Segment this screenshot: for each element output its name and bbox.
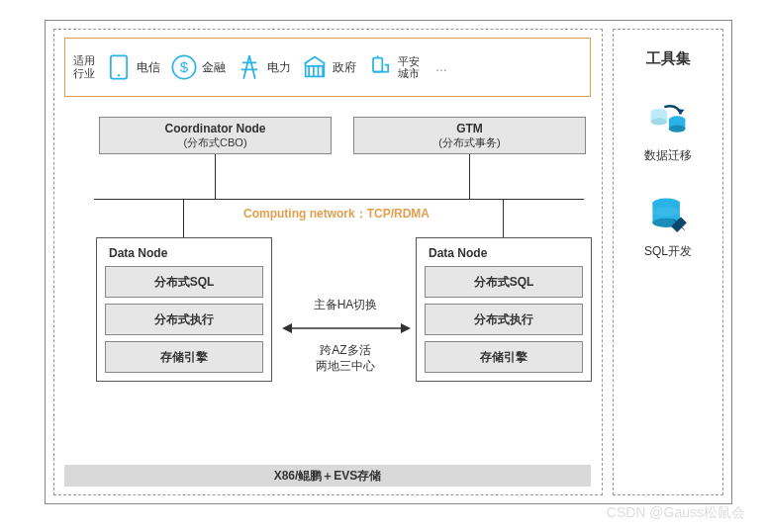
computing-network-label: Computing network：TCP/RDMA — [89, 206, 584, 222]
migration-icon — [646, 98, 690, 141]
middle-az-label: 跨AZ多活 — [286, 342, 405, 359]
data-node-box: 分布式执行 — [425, 304, 583, 335]
industry-label: 政府 — [333, 59, 356, 76]
middle-dc-label: 两地三中心 — [286, 358, 405, 375]
industry-city: 平安 城市 — [366, 53, 420, 81]
dollar-icon: $ — [170, 53, 198, 81]
data-node-title: Data Node — [105, 246, 263, 260]
coord-sub: (分布式CBO) — [100, 135, 331, 150]
toolkit-panel: 工具集 数据迁移 SQL开发 — [613, 29, 723, 495]
industry-telecom: 电信 — [105, 53, 160, 81]
svg-rect-4 — [373, 58, 382, 72]
data-node-box: 分布式执行 — [105, 304, 263, 335]
industry-government: 政府 — [301, 53, 356, 81]
industry-header: 适用 行业 — [73, 54, 95, 80]
gtm-node: GTM (分布式事务) — [353, 117, 586, 154]
government-icon — [301, 53, 329, 81]
svg-text:$: $ — [180, 58, 189, 75]
industry-finance: $ 金融 — [170, 53, 226, 81]
bidirectional-arrow-icon — [282, 319, 411, 337]
toolkit-label: SQL开发 — [644, 243, 692, 260]
city-icon — [366, 53, 394, 81]
svg-point-18 — [652, 208, 680, 217]
coordinator-node: Coordinator Node (分布式CBO) — [99, 117, 332, 154]
tablet-icon — [105, 53, 133, 81]
svg-marker-7 — [401, 323, 411, 333]
main-panel: 适用 行业 电信 $ 金融 电力 政府 平安 城市 … — [53, 29, 603, 495]
toolkit-label: 数据迁移 — [644, 147, 692, 164]
connector-line — [215, 154, 216, 199]
industry-more: … — [435, 60, 447, 74]
toolkit-migration: 数据迁移 — [644, 98, 692, 164]
data-node-box: 存储引擎 — [105, 341, 263, 373]
diagram-outer: 适用 行业 电信 $ 金融 电力 政府 平安 城市 … — [45, 20, 732, 504]
industry-label: 电信 — [137, 59, 160, 76]
industry-ribbon: 适用 行业 电信 $ 金融 电力 政府 平安 城市 … — [64, 38, 591, 97]
pylon-icon — [236, 53, 263, 81]
data-node-box: 存储引擎 — [425, 341, 583, 373]
svg-point-13 — [669, 126, 686, 133]
data-node-left: Data Node 分布式SQL 分布式执行 存储引擎 — [96, 237, 272, 382]
middle-ha-label: 主备HA切换 — [286, 297, 405, 313]
connector-line — [94, 199, 584, 200]
gtm-title: GTM — [354, 122, 585, 135]
data-node-title: Data Node — [425, 246, 583, 260]
industry-power: 电力 — [236, 53, 291, 81]
watermark: CSDN @Gauss松鼠会 — [607, 504, 745, 522]
svg-point-1 — [118, 74, 120, 76]
industry-label: 电力 — [267, 59, 291, 76]
svg-marker-6 — [282, 323, 292, 333]
gtm-sub: (分布式事务) — [354, 135, 585, 150]
toolkit-title: 工具集 — [646, 49, 691, 68]
industry-label: 金融 — [202, 59, 226, 76]
data-node-box: 分布式SQL — [105, 266, 263, 298]
industry-label: 平安 城市 — [398, 55, 420, 79]
connector-line — [469, 154, 470, 199]
toolkit-sqldev: SQL开发 — [644, 194, 692, 260]
coord-title: Coordinator Node — [100, 122, 331, 135]
sqldev-icon — [646, 194, 690, 237]
data-node-right: Data Node 分布式SQL 分布式执行 存储引擎 — [416, 237, 592, 382]
svg-point-10 — [651, 118, 668, 125]
svg-marker-14 — [677, 109, 684, 115]
data-node-box: 分布式SQL — [425, 266, 583, 298]
footer-bar: X86/鲲鹏＋EVS存储 — [64, 465, 591, 487]
